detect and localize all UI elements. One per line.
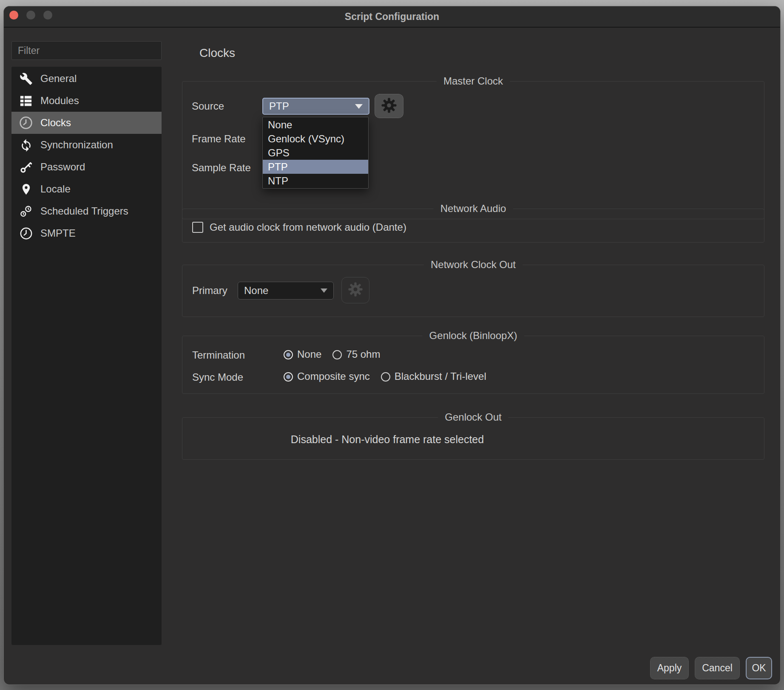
cancel-button[interactable]: Cancel (695, 657, 740, 679)
sidebar-item-password[interactable]: Password (11, 156, 162, 178)
group-title: Network Audio (434, 203, 513, 215)
sidebar-item-label: Clocks (40, 117, 71, 129)
sidebar-item-label: Scheduled Triggers (40, 205, 128, 217)
dropdown-option[interactable]: GPS (263, 146, 368, 160)
dante-clock-checkbox-label[interactable]: Get audio clock from network audio (Dant… (210, 221, 406, 233)
sidebar-item-general[interactable]: General (11, 68, 162, 90)
filter-input[interactable] (11, 41, 162, 60)
smpte-clock-icon (17, 226, 34, 241)
dropdown-option[interactable]: Genlock (VSync) (263, 132, 368, 146)
radio-label[interactable]: None (297, 348, 321, 360)
sidebar-item-label: Modules (40, 95, 79, 107)
primary-settings-button[interactable] (341, 277, 369, 303)
key-icon (17, 159, 34, 175)
radio-label[interactable]: Composite sync (297, 370, 370, 382)
dante-clock-checkbox[interactable] (192, 222, 203, 233)
window-title: Script Configuration (4, 6, 780, 27)
primary-label: Primary (192, 285, 227, 297)
dropdown-option[interactable]: NTP (263, 174, 368, 188)
sync-mode-label: Sync Mode (192, 371, 243, 383)
modules-icon (17, 93, 34, 108)
termination-none-radio[interactable] (284, 350, 293, 359)
apply-button[interactable]: Apply (650, 657, 689, 679)
genlock-out-group: Genlock Out Disabled - Non-video frame r… (182, 417, 764, 460)
ok-button[interactable]: OK (746, 657, 772, 679)
chevron-down-icon (355, 104, 363, 109)
sidebar-item-label: Locale (40, 183, 71, 195)
termination-label: Termination (192, 349, 245, 361)
sample-rate-label: Sample Rate (192, 162, 251, 174)
sidebar-item-label: Synchronization (40, 139, 113, 151)
dropdown-option[interactable]: None (263, 118, 368, 132)
radio-label[interactable]: Blackburst / Tri-level (395, 370, 486, 382)
sidebar-item-label: SMPTE (40, 227, 76, 239)
scheduled-triggers-icon (17, 204, 34, 219)
sidebar-item-modules[interactable]: Modules (11, 90, 162, 112)
radio-label[interactable]: 75 ohm (346, 348, 380, 360)
sync-blackburst-radio[interactable] (381, 372, 390, 382)
source-value: PTP (269, 100, 355, 112)
group-title: Genlock Out (438, 411, 508, 423)
wrench-icon (17, 71, 34, 86)
sidebar-item-label: General (40, 73, 77, 85)
group-title: Network Clock Out (424, 259, 523, 271)
sidebar-item-synchronization[interactable]: Synchronization (11, 134, 162, 156)
chevron-down-icon (321, 288, 327, 293)
network-clock-out-group: Network Clock Out Primary None (182, 265, 764, 317)
termination-75ohm-radio[interactable] (332, 350, 342, 359)
primary-value: None (244, 285, 321, 297)
page-title: Clocks (199, 46, 235, 60)
dropdown-option-highlighted[interactable]: PTP (263, 160, 368, 174)
sidebar-item-smpte[interactable]: SMPTE (11, 222, 162, 244)
settings-nav: General Modules Clocks Synchronization (11, 67, 162, 645)
network-audio-group: Network Audio Get audio clock from netwo… (182, 209, 764, 243)
gear-icon (347, 281, 364, 299)
sidebar-item-label: Password (40, 161, 85, 173)
frame-rate-label: Frame Rate (192, 133, 246, 145)
source-settings-button[interactable] (375, 94, 403, 118)
genlock-binloopx-group: Genlock (BinloopX) Termination None75 oh… (182, 336, 764, 394)
master-clock-group: Master Clock Source PTP Frame Rate Sampl… (182, 81, 764, 219)
source-label: Source (192, 100, 224, 112)
sync-icon (17, 137, 34, 153)
sidebar-item-locale[interactable]: Locale (11, 178, 162, 200)
sidebar-item-clocks[interactable]: Clocks (11, 112, 162, 134)
primary-select[interactable]: None (238, 282, 334, 300)
titlebar: Script Configuration (4, 6, 780, 28)
desktop: Script Configuration General Modules (0, 0, 784, 690)
termination-radio-group: None75 ohm (284, 348, 391, 360)
source-options-popup: None Genlock (VSync) GPS PTP NTP (262, 117, 369, 189)
clock-icon (17, 115, 34, 130)
group-title: Genlock (BinloopX) (423, 330, 524, 342)
group-title: Master Clock (437, 75, 510, 87)
sync-composite-radio[interactable] (284, 372, 293, 382)
source-select[interactable]: PTP (262, 98, 369, 115)
script-configuration-window: Script Configuration General Modules (3, 6, 781, 685)
genlock-out-status: Disabled - Non-video frame rate selected (182, 433, 592, 446)
sidebar-item-scheduled-triggers[interactable]: Scheduled Triggers (11, 200, 162, 222)
sync-mode-radio-group: Composite syncBlackburst / Tri-level (284, 370, 497, 382)
gear-icon (381, 97, 398, 116)
location-pin-icon (17, 181, 34, 197)
